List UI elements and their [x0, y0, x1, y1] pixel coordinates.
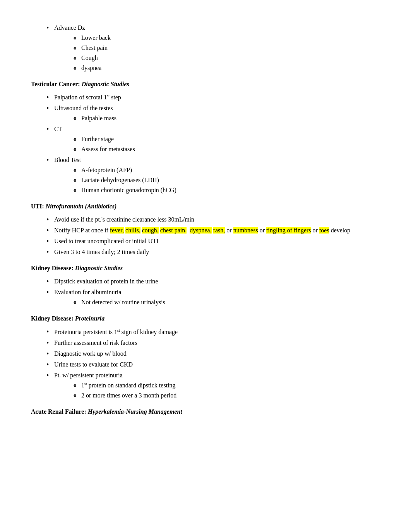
list-item-1st-protein: 1st protein on standard dipstick testing — [74, 381, 380, 390]
kidney-disease-diagnostic-heading: Kidney Disease: Diagnostic Studies — [31, 264, 380, 273]
acute-renal-failure-section: Acute Renal Failure: Hyperkalemia-Nursin… — [31, 407, 380, 416]
list-item-notify-hcp: Notify HCP at once if fever, chills, cou… — [46, 226, 380, 235]
list-item-ultrasound: Ultrasound of the testes Palpable mass — [46, 104, 380, 123]
list-item-further-assessment: Further assessment of risk factors — [46, 338, 380, 348]
highlight-dyspnea: dyspnea, — [190, 227, 211, 234]
heading-normal: UTI: — [31, 203, 46, 210]
list-item-ldh: Lactate dehydrogenases (LDH) — [74, 176, 380, 185]
heading-normal: Kidney Disease: — [31, 265, 75, 271]
list-item-dyspnea: dyspnea — [74, 63, 380, 73]
list-item-albuminuria: Evaluation for albuminuria Not detected … — [46, 288, 380, 307]
kidney-disease-proteinuria-section: Kidney Disease: Proteinuria Proteinuria … — [31, 314, 380, 400]
list-item-further-stage: Further stage — [74, 135, 380, 144]
list-item-advance-dz: Advance Dz Lower back Chest pain Cough d… — [46, 23, 380, 73]
list-item-ct: CT Further stage Assess for metastases — [46, 124, 380, 154]
heading-italic: Hyperkalemia-Nursing Management — [88, 408, 182, 415]
advance-dz-text: Advance Dz — [54, 24, 85, 31]
highlight-chest-pain: chest pain, — [160, 227, 187, 234]
list-item-diagnostic-work-up: Diagnostic work up w/ blood — [46, 349, 380, 358]
list-item-palpation: Palpation of scrotal 1st step — [46, 93, 380, 102]
list-item-hcg: Human chorionic gonadotropin (hCG) — [74, 186, 380, 195]
uti-section: UTI: Nitrofurantoin (Antibiotics) Avoid … — [31, 202, 380, 257]
list-item-chest-pain: Chest pain — [74, 43, 380, 53]
list-item-lower-back: Lower back — [74, 33, 380, 43]
highlight-tingling: tingling of fingers — [266, 227, 311, 234]
heading-normal: Testicular Cancer: — [31, 81, 82, 87]
testicular-cancer-section: Testicular Cancer: Diagnostic Studies Pa… — [31, 80, 380, 195]
list-item-urine-tests: Urine tests to evaluate for CKD — [46, 360, 380, 369]
list-item-not-detected: Not detected w/ routine urinalysis — [74, 298, 380, 307]
kidney-disease-proteinuria-heading: Kidney Disease: Proteinuria — [31, 314, 380, 323]
list-item-dipstick: Dipstick evaluation of protein in the ur… — [46, 277, 380, 286]
list-item-proteinuria-persistent: Proteinuria persistent is 1st sign of ki… — [46, 327, 380, 336]
highlight-numbness: numbness — [233, 227, 258, 234]
list-item-assess-metastases: Assess for metastases — [74, 145, 380, 154]
highlight-chills: chills, — [125, 227, 140, 234]
advance-dz-section: Advance Dz Lower back Chest pain Cough d… — [31, 23, 380, 73]
heading-normal: Acute Renal Failure: — [31, 408, 88, 415]
heading-normal: Kidney Disease: — [31, 315, 75, 322]
list-item-2-or-more: 2 or more times over a 3 month period — [74, 391, 380, 400]
list-item-creatinine: Avoid use if the pt.'s creatinine cleara… — [46, 215, 380, 224]
highlight-cough: cough, — [142, 227, 159, 234]
acute-renal-failure-heading: Acute Renal Failure: Hyperkalemia-Nursin… — [31, 407, 380, 416]
list-item-cough: Cough — [74, 53, 380, 63]
list-item-palpable-mass: Palpable mass — [74, 114, 380, 123]
heading-italic: Diagnostic Studies — [75, 265, 123, 271]
list-item-uncomplicated-uti: Used to treat uncomplicated or initial U… — [46, 237, 380, 246]
highlight-rash: rash, — [213, 227, 225, 234]
heading-italic: Nitrofurantoin (Antibiotics) — [46, 203, 117, 210]
highlight-fever: fever, — [110, 227, 124, 234]
list-item-afp: A-fetoprotein (AFP) — [74, 165, 380, 175]
uti-heading: UTI: Nitrofurantoin (Antibiotics) — [31, 202, 380, 211]
list-item-blood-test: Blood Test A-fetoprotein (AFP) Lactate d… — [46, 155, 380, 195]
list-item-pt-persistent: Pt. w/ persistent proteinuria 1st protei… — [46, 371, 380, 400]
list-item-given-times: Given 3 to 4 times daily; 2 times daily — [46, 247, 380, 257]
testicular-cancer-heading: Testicular Cancer: Diagnostic Studies — [31, 80, 380, 89]
kidney-disease-diagnostic-section: Kidney Disease: Diagnostic Studies Dipst… — [31, 264, 380, 307]
heading-italic: Proteinuria — [75, 315, 104, 322]
heading-italic: Diagnostic Studies — [82, 81, 129, 87]
highlight-toes: toes — [319, 227, 329, 234]
